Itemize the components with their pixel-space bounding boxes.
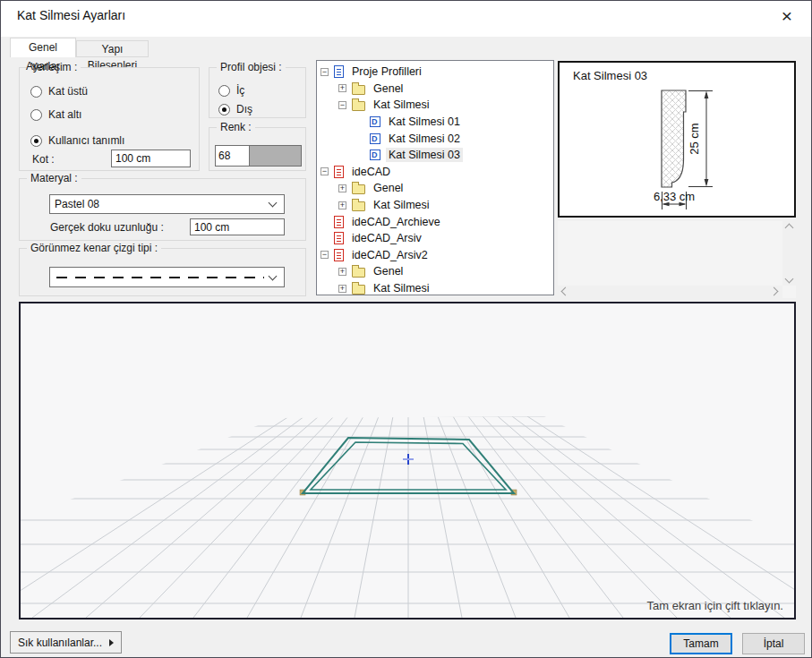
tree-item-kat-silmesi[interactable]: Kat Silmesi	[317, 197, 553, 214]
group-cizgi-legend: Görünmez kenar çizgi tipi :	[27, 242, 161, 254]
tree-indent	[356, 134, 364, 142]
origin-marker-icon	[403, 454, 414, 465]
tab-genel-ayarlar[interactable]: Genel Ayarlar	[10, 38, 76, 57]
group-materyal-legend: Materyal :	[27, 172, 81, 184]
tab-yapi-bilesenleri[interactable]: Yapı Bileşenleri	[76, 40, 149, 57]
collapse-icon[interactable]	[321, 68, 329, 76]
radio-dis[interactable]: Dış	[218, 101, 252, 117]
perspective-grid	[21, 416, 794, 618]
radio-label: Kat üstü	[48, 85, 88, 98]
tree-item-kat-silmesi-03-selected[interactable]: Kat Silmesi 03	[317, 147, 553, 164]
radio-ic[interactable]: İç	[218, 82, 244, 98]
radio-circle-icon	[30, 86, 42, 98]
tree-item-kat-silmesi-01[interactable]: Kat Silmesi 01	[317, 114, 553, 131]
radio-kat-alti[interactable]: Kat altı	[30, 107, 81, 123]
tree-item-label: Proje Profilleri	[349, 64, 424, 79]
favorites-button[interactable]: Sık kullanılanlar...	[10, 631, 122, 654]
radio-circle-checked-icon	[30, 135, 42, 147]
tree-indent	[356, 118, 364, 126]
favorites-button-label: Sık kullanılanlar...	[11, 637, 109, 649]
profile-tree[interactable]: Proje Profilleri Genel Kat Silmesi Kat S…	[316, 60, 554, 295]
collapse-icon[interactable]	[321, 251, 329, 259]
material-dropdown-value: Pastel 08	[50, 198, 269, 210]
arrow-right-icon	[109, 639, 114, 646]
tree-indent	[356, 151, 364, 159]
tree-item-genel[interactable]: Genel	[317, 81, 553, 98]
expand-icon[interactable]	[338, 201, 346, 209]
radio-label: Dış	[236, 103, 252, 115]
dim-height-label: 25 cm	[688, 123, 701, 154]
tree-item-genel[interactable]: Genel	[317, 263, 553, 280]
expand-icon[interactable]	[338, 268, 346, 276]
collapse-icon[interactable]	[338, 101, 346, 109]
color-number-input[interactable]: 68	[216, 146, 250, 166]
doku-label: Gerçek doku uzunluğu :	[50, 221, 164, 234]
profile-shape	[662, 90, 686, 187]
kat-silmesi-dialog: Kat Silmesi Ayarları Genel Ayarlar Yapı …	[0, 0, 812, 658]
material-dropdown[interactable]: Pastel 08	[49, 194, 285, 214]
tree-item-label: Kat Silmesi	[371, 281, 432, 295]
scroll-down-icon[interactable]	[785, 275, 794, 284]
tree-item-label: Kat Silmesi 01	[386, 115, 463, 129]
expand-icon[interactable]	[338, 84, 346, 92]
color-control[interactable]: 68	[215, 145, 302, 167]
tree-item-proje-profilleri[interactable]: Proje Profilleri	[317, 64, 553, 81]
radio-kullanici-tanimli[interactable]: Kullanıcı tanımlı	[30, 132, 124, 149]
tree-item-idecad[interactable]: ideCAD	[317, 164, 553, 181]
folder-icon	[352, 285, 365, 295]
library-doc-icon	[334, 65, 344, 78]
scroll-right-icon[interactable]	[770, 287, 779, 296]
profile-icon	[370, 116, 380, 127]
tree-item-label: ideCAD_Archieve	[349, 215, 443, 229]
radio-kat-ustu[interactable]: Kat üstü	[30, 83, 88, 99]
tree-item-label: ideCAD	[349, 165, 393, 179]
collapse-icon[interactable]	[321, 167, 329, 175]
library-doc-icon	[334, 216, 344, 228]
radio-label: İç	[236, 84, 244, 97]
chevron-down-icon	[269, 271, 278, 280]
tree-item-label: ideCAD_Arsiv	[349, 231, 424, 245]
folder-icon	[352, 201, 365, 211]
kot-input[interactable]	[111, 150, 191, 167]
horizontal-scrollbar[interactable]	[558, 286, 782, 298]
cancel-button[interactable]: İptal	[742, 633, 805, 654]
tree-item-label-selected: Kat Silmesi 03	[386, 148, 463, 162]
3d-viewport[interactable]: Tam ekran için çift tıklayın.	[19, 302, 796, 620]
tree-item-kat-silmesi-02[interactable]: Kat Silmesi 02	[317, 130, 553, 147]
3d-scene	[21, 303, 794, 618]
folder-icon	[352, 101, 365, 111]
tree-item-genel[interactable]: Genel	[317, 180, 553, 197]
profile-drawing: 25 cm 6,33 cm	[560, 63, 794, 216]
expand-icon[interactable]	[338, 285, 346, 293]
library-doc-icon	[334, 232, 344, 244]
close-icon[interactable]	[775, 4, 799, 28]
fullscreen-hint: Tam ekran için çift tıklayın.	[647, 599, 783, 612]
line-type-dropdown[interactable]	[49, 267, 285, 287]
ok-button[interactable]: Tamam	[670, 633, 732, 654]
scroll-up-icon[interactable]	[785, 224, 794, 233]
dim-width-label: 6,33 cm	[654, 190, 695, 203]
library-doc-icon	[334, 249, 344, 261]
dashed-line-icon	[56, 277, 264, 278]
radio-circle-icon	[30, 109, 42, 121]
radio-circle-icon	[218, 85, 230, 97]
dialog-title: Kat Silmesi Ayarları	[17, 8, 125, 22]
tree-item-label: ideCAD_Arsiv2	[349, 248, 431, 262]
chevron-down-icon	[269, 199, 278, 208]
tree-item-label: Genel	[371, 264, 406, 278]
tree-item-label: Kat Silmesi	[371, 98, 432, 112]
expand-icon[interactable]	[338, 184, 346, 192]
color-swatch[interactable]	[250, 146, 301, 166]
radio-label: Kat altı	[48, 108, 81, 121]
tree-item-idecad-archieve[interactable]: ideCAD_Archieve	[317, 213, 553, 230]
scroll-left-icon[interactable]	[561, 287, 570, 296]
vertical-scrollbar[interactable]	[782, 221, 796, 286]
folder-icon	[352, 85, 365, 95]
tree-item-idecad-arsiv2[interactable]: ideCAD_Arsiv2	[317, 247, 553, 264]
tree-item-kat-silmesi[interactable]: Kat Silmesi	[317, 280, 553, 295]
tree-item-kat-silmesi[interactable]: Kat Silmesi	[317, 97, 553, 114]
group-profil-objesi: Profil objesi : İç Dış	[209, 67, 306, 118]
group-materyal: Materyal : Pastel 08 Gerçek doku uzunluğ…	[19, 178, 306, 241]
tree-item-idecad-arsiv[interactable]: ideCAD_Arsiv	[317, 230, 553, 247]
doku-input[interactable]	[190, 218, 285, 235]
